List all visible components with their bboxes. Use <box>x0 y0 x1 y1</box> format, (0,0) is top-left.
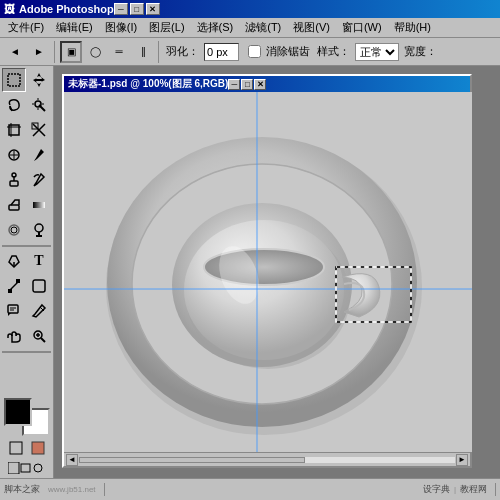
svg-rect-27 <box>8 289 12 293</box>
tool-row-10 <box>2 299 51 323</box>
brush-tool[interactable] <box>27 143 51 167</box>
toolbar-history-group: ◄ ► <box>4 41 55 63</box>
toolbar-history-fwd[interactable]: ► <box>28 41 50 63</box>
toolbar-shape-group: ▣ ◯ ═ ‖ <box>60 41 159 63</box>
history-brush-tool[interactable] <box>27 168 51 192</box>
toolbox-separator-2 <box>2 351 51 353</box>
svg-point-18 <box>12 173 16 177</box>
document-title-text: 未标器-1.psd @ 100%(图层 6,RGB) <box>68 77 228 91</box>
hand-tool[interactable] <box>2 324 26 348</box>
menu-layer[interactable]: 图层(L) <box>143 18 190 37</box>
lasso-tool[interactable] <box>2 93 26 117</box>
menu-window[interactable]: 窗口(W) <box>336 18 388 37</box>
dodge-tool[interactable] <box>27 218 51 242</box>
minimize-button[interactable]: ─ <box>114 3 128 15</box>
doc-controls: ─ □ ✕ <box>228 79 266 90</box>
toolbox-separator-1 <box>2 245 51 247</box>
slice-tool[interactable] <box>27 118 51 142</box>
menu-filter[interactable]: 滤镜(T) <box>239 18 287 37</box>
quick-mask-off[interactable] <box>6 438 26 458</box>
svg-rect-41 <box>21 464 30 472</box>
tool-row-8: T <box>2 249 51 273</box>
clone-stamp-tool[interactable] <box>2 168 26 192</box>
toolbar-circle-btn[interactable]: ◯ <box>84 41 106 63</box>
menu-help[interactable]: 帮助(H) <box>388 18 437 37</box>
width-label: 宽度： <box>404 44 437 59</box>
tool-row-4 <box>2 143 51 167</box>
pen-tool[interactable] <box>2 249 26 273</box>
svg-rect-20 <box>33 202 45 208</box>
tool-row-2 <box>2 93 51 117</box>
feather-label: 羽化： <box>166 44 199 59</box>
close-button[interactable]: ✕ <box>146 3 160 15</box>
screen-mode[interactable] <box>6 460 48 476</box>
style-select[interactable]: 正常 <box>355 43 399 61</box>
svg-line-2 <box>10 106 12 111</box>
document-titlebar: 未标器-1.psd @ 100%(图层 6,RGB) ─ □ ✕ <box>64 76 470 92</box>
toolbox: T <box>0 66 54 478</box>
tool-row-6 <box>2 193 51 217</box>
gradient-tool[interactable] <box>27 193 51 217</box>
shape-tool[interactable] <box>27 274 51 298</box>
site-text-1: 设字典 <box>423 483 450 496</box>
options-toolbar: ◄ ► ▣ ◯ ═ ‖ 羽化： 消除锯齿 样式： 正常 宽度： <box>0 38 500 66</box>
canvas-area[interactable]: 未标器-1.psd @ 100%(图层 6,RGB) ─ □ ✕ <box>54 66 500 478</box>
toolbar-col-btn[interactable]: ‖ <box>132 41 154 63</box>
document-canvas[interactable] <box>64 92 472 452</box>
svg-rect-30 <box>8 305 18 313</box>
app-titlebar: 🖼 Adobe Photoshop ─ □ ✕ <box>0 0 500 18</box>
main-area: T <box>0 66 500 478</box>
zoom-tool[interactable] <box>27 324 51 348</box>
svg-point-42 <box>34 464 42 472</box>
foreground-color[interactable] <box>4 398 32 426</box>
logo-text-2: www.jb51.net <box>48 485 96 494</box>
svg-point-49 <box>184 220 344 360</box>
toolbar-history-back[interactable]: ◄ <box>4 41 26 63</box>
doc-close-button[interactable]: ✕ <box>254 79 266 90</box>
style-label: 样式： <box>317 44 350 59</box>
doc-maximize-button[interactable]: □ <box>241 79 253 90</box>
type-tool[interactable]: T <box>27 249 51 273</box>
crop-tool[interactable] <box>2 118 26 142</box>
svg-rect-39 <box>32 442 44 454</box>
svg-rect-16 <box>10 181 18 186</box>
logo-section-1: 脚本之家 www.jb51.net <box>4 483 105 496</box>
svg-line-35 <box>41 338 45 342</box>
eraser-tool[interactable] <box>2 193 26 217</box>
tool-row-7 <box>2 218 51 242</box>
toolbar-rect-btn[interactable]: ▣ <box>60 41 82 63</box>
menu-image[interactable]: 图像(I) <box>99 18 143 37</box>
menu-edit[interactable]: 编辑(E) <box>50 18 99 37</box>
tool-row-3 <box>2 118 51 142</box>
menu-view[interactable]: 视图(V) <box>287 18 336 37</box>
svg-point-22 <box>11 227 17 233</box>
menu-select[interactable]: 选择(S) <box>191 18 240 37</box>
magic-wand-tool[interactable] <box>27 93 51 117</box>
move-tool[interactable] <box>27 68 51 92</box>
eyedropper-tool[interactable] <box>27 299 51 323</box>
antialias-checkbox[interactable] <box>248 45 261 58</box>
scroll-track-h[interactable] <box>79 457 455 463</box>
svg-point-23 <box>35 224 43 232</box>
toolbar-row-btn[interactable]: ═ <box>108 41 130 63</box>
horizontal-scrollbar[interactable]: ◄ ► <box>64 452 470 466</box>
quick-mask-on[interactable] <box>28 438 48 458</box>
maximize-button[interactable]: □ <box>130 3 144 15</box>
tool-row-5 <box>2 168 51 192</box>
foreground-background-colors[interactable] <box>4 398 50 436</box>
scroll-left-button[interactable]: ◄ <box>66 454 78 466</box>
menu-file[interactable]: 文件(F) <box>2 18 50 37</box>
blur-tool[interactable] <box>2 218 26 242</box>
rectangular-marquee-tool[interactable] <box>2 68 26 92</box>
healing-brush-tool[interactable] <box>2 143 26 167</box>
notes-tool[interactable] <box>2 299 26 323</box>
color-section <box>2 398 51 476</box>
site-text-2: 教程网 <box>460 483 487 496</box>
scroll-right-button[interactable]: ► <box>456 454 468 466</box>
feather-input[interactable] <box>204 43 239 61</box>
svg-rect-40 <box>8 462 19 474</box>
svg-marker-1 <box>33 73 45 87</box>
doc-minimize-button[interactable]: ─ <box>228 79 240 90</box>
svg-rect-29 <box>33 280 45 292</box>
path-select-tool[interactable] <box>2 274 26 298</box>
